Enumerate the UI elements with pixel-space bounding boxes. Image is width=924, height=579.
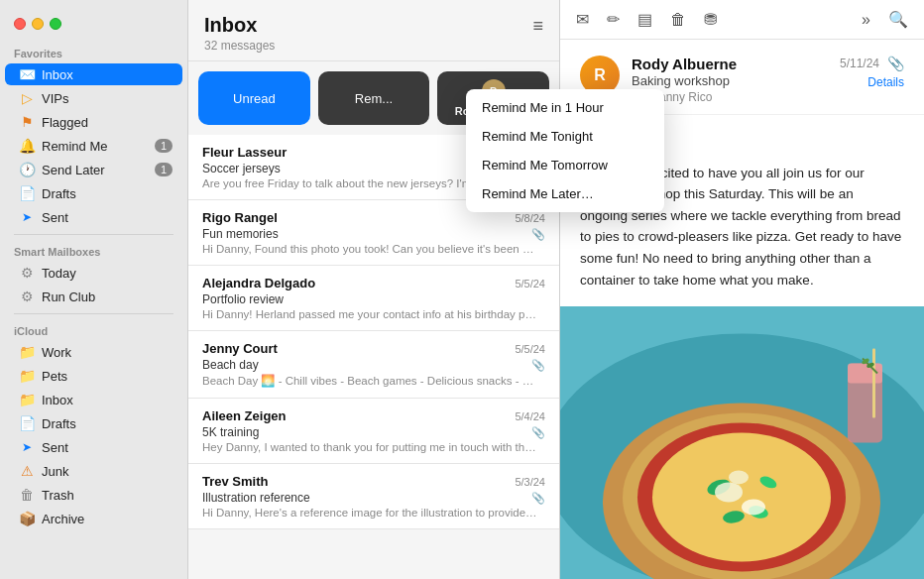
svg-point-11 xyxy=(742,500,765,516)
sidebar-item-vips[interactable]: ▷ VIPs xyxy=(5,87,182,109)
svg-point-12 xyxy=(729,471,749,485)
icloud-drafts-icon: 📄 xyxy=(19,415,35,431)
message-row[interactable]: Jenny Court 5/5/24 Beach day 📎 Beach Day… xyxy=(188,331,559,399)
sender-name: Jenny Court xyxy=(202,341,278,356)
send-later-icon: 🕐 xyxy=(19,162,35,177)
detail-sender-name: Rody Albuerne xyxy=(632,56,828,72)
message-date: 5/5/24 xyxy=(515,278,545,290)
toolbar-search-icon[interactable]: 🔍 xyxy=(888,10,908,29)
sidebar-item-sent[interactable]: ➤ Sent xyxy=(5,206,182,228)
sidebar-item-archive[interactable]: 📦 Archive xyxy=(5,508,182,529)
sidebar-label-icloud-drafts: Drafts xyxy=(42,416,173,431)
attachment-clip-icon: 📎 xyxy=(531,359,545,372)
minimize-button[interactable] xyxy=(32,18,44,30)
message-subject: Illustration reference 📎 xyxy=(202,491,545,505)
close-button[interactable] xyxy=(14,18,26,30)
sidebar-label-sent: Sent xyxy=(42,210,173,225)
today-icon: ⚙ xyxy=(19,265,35,281)
filter-unread-button[interactable]: Unread xyxy=(198,71,310,125)
toolbar-move-icon[interactable]: ⛃ xyxy=(704,10,717,29)
detail-details-link[interactable]: Details xyxy=(867,75,904,89)
sidebar-item-inbox[interactable]: ✉️ Inbox xyxy=(5,63,182,85)
message-preview: Hey Danny, I wanted to thank you for put… xyxy=(202,441,539,453)
message-subject: Fun memories 📎 xyxy=(202,227,545,241)
dropdown-item-tonight[interactable]: Remind Me Tonight xyxy=(466,122,664,151)
pets-icon: 📁 xyxy=(19,368,35,384)
sidebar-label-icloud-inbox: Inbox xyxy=(42,393,173,407)
sidebar-item-flagged[interactable]: ⚑ Flagged xyxy=(5,111,182,133)
message-date: 5/4/24 xyxy=(515,410,545,422)
sidebar-item-send-later[interactable]: 🕐 Send Later 1 xyxy=(5,159,182,180)
message-preview: Beach Day 🌅 - Chill vibes - Beach games … xyxy=(202,374,539,388)
sidebar-item-pets[interactable]: 📁 Pets xyxy=(5,365,182,387)
svg-point-5 xyxy=(652,433,831,562)
sidebar-label-send-later: Send Later xyxy=(42,163,148,177)
work-icon: 📁 xyxy=(19,344,35,360)
filter-reminders-button[interactable]: Rem... xyxy=(318,71,430,125)
maximize-button[interactable] xyxy=(50,18,61,30)
filter-icon[interactable]: ≡ xyxy=(532,16,543,37)
message-subject: Portfolio review xyxy=(202,292,545,306)
archive-icon: 📦 xyxy=(19,511,35,526)
dropdown-item-tomorrow[interactable]: Remind Me Tomorrow xyxy=(466,151,664,179)
junk-icon: ⚠ xyxy=(19,463,35,479)
sidebar-label-work: Work xyxy=(42,345,173,360)
trash-icon: 🗑 xyxy=(19,487,35,503)
sender-name: Aileen Zeigen xyxy=(202,408,287,423)
message-row[interactable]: Aileen Zeigen 5/4/24 5K training 📎 Hey D… xyxy=(188,399,559,464)
sidebar-label-drafts: Drafts xyxy=(42,186,173,201)
detail-image xyxy=(560,306,924,579)
message-date: 5/3/24 xyxy=(515,476,545,488)
message-row[interactable]: Trev Smith 5/3/24 Illustration reference… xyxy=(188,464,559,529)
vips-icon: ▷ xyxy=(19,90,35,106)
toolbar-trash-icon[interactable]: 🗑 xyxy=(670,11,686,29)
remind-me-icon: 🔔 xyxy=(19,138,35,154)
smart-mailboxes-label: Smart Mailboxes xyxy=(0,240,187,261)
dropdown-item-later[interactable]: Remind Me Later… xyxy=(466,179,664,208)
svg-rect-15 xyxy=(872,349,875,418)
sidebar-item-work[interactable]: 📁 Work xyxy=(5,341,182,363)
sender-initial: R xyxy=(594,66,606,84)
sidebar-item-drafts[interactable]: 📄 Drafts xyxy=(5,182,182,204)
inbox-count: 32 messages xyxy=(204,39,275,53)
sidebar-item-today[interactable]: ⚙ Today xyxy=(5,262,182,284)
attachment-clip-icon: 📎 xyxy=(531,426,545,439)
attachment-clip-icon: 📎 xyxy=(531,492,545,505)
sender-name: Rigo Rangel xyxy=(202,210,278,225)
toolbar-archive-icon[interactable]: ▤ xyxy=(637,10,652,29)
detail-date: 5/11/24 xyxy=(840,57,879,70)
sidebar-item-icloud-drafts[interactable]: 📄 Drafts xyxy=(5,412,182,434)
detail-toolbar: ✉ ✏ ▤ 🗑 ⛃ » 🔍 xyxy=(560,0,924,40)
sidebar-divider-2 xyxy=(14,313,173,314)
detail-date-details: 5/11/24 📎 Details xyxy=(840,56,904,89)
sidebar-item-run-club[interactable]: ⚙ Run Club xyxy=(5,286,182,307)
icloud-label: iCloud xyxy=(0,319,187,340)
toolbar-more-icon[interactable]: » xyxy=(862,11,870,29)
sidebar-label-today: Today xyxy=(42,266,173,281)
sidebar-item-icloud-sent[interactable]: ➤ Sent xyxy=(5,436,182,458)
detail-pane: ✉ ✏ ▤ 🗑 ⛃ » 🔍 R Rody Albuerne Baking wor… xyxy=(560,0,924,579)
sidebar-label-run-club: Run Club xyxy=(42,290,173,304)
sidebar-label-junk: Junk xyxy=(42,464,173,479)
toolbar-compose-icon[interactable]: ✏ xyxy=(607,10,620,29)
traffic-lights xyxy=(0,10,187,42)
message-preview: Hi Danny! Herland passed me your contact… xyxy=(202,308,539,320)
inbox-title: Inbox xyxy=(204,14,275,37)
message-list: Inbox 32 messages ≡ Unread Rem... R Rody… xyxy=(188,0,560,579)
detail-subject: Baking workshop xyxy=(632,73,828,88)
sidebar-item-junk[interactable]: ⚠ Junk xyxy=(5,460,182,482)
sidebar-item-remind-me[interactable]: 🔔 Remind Me 1 xyxy=(5,135,182,157)
sidebar-item-trash[interactable]: 🗑 Trash xyxy=(5,484,182,506)
svg-point-10 xyxy=(715,483,743,503)
message-date: 5/8/24 xyxy=(515,212,545,224)
message-row[interactable]: Alejandra Delgado 5/5/24 Portfolio revie… xyxy=(188,266,559,331)
sender-name: Alejandra Delgado xyxy=(202,276,315,290)
message-subject: 5K training 📎 xyxy=(202,425,545,439)
toolbar-reply-icon[interactable]: ✉ xyxy=(576,10,589,29)
icloud-inbox-icon: 📁 xyxy=(19,392,35,407)
icloud-sent-icon: ➤ xyxy=(19,439,35,455)
send-later-badge: 1 xyxy=(155,163,173,176)
sidebar-item-icloud-inbox[interactable]: 📁 Inbox xyxy=(5,389,182,410)
inbox-icon: ✉️ xyxy=(19,66,35,82)
dropdown-item-1-hour[interactable]: Remind Me in 1 Hour xyxy=(466,93,664,122)
